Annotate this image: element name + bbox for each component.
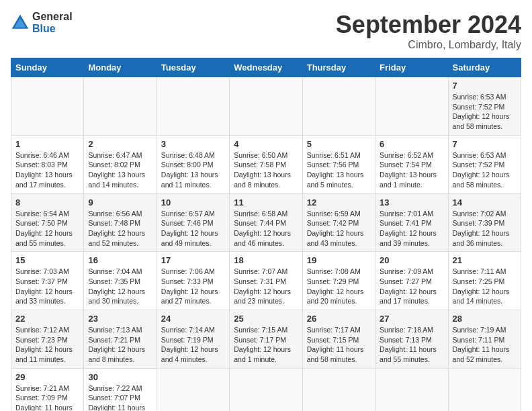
day-cell-17: 17 Sunrise: 7:06 AMSunset: 7:33 PMDaylig… bbox=[157, 252, 229, 310]
header-sunday: Sunday bbox=[11, 58, 84, 77]
day-cell-29: 29 Sunrise: 7:21 AMSunset: 7:09 PMDaylig… bbox=[11, 368, 84, 411]
calendar-table: Sunday Monday Tuesday Wednesday Thursday… bbox=[11, 58, 521, 411]
empty-cell bbox=[230, 368, 302, 411]
header-tuesday: Tuesday bbox=[157, 58, 229, 77]
day-cell-30: 30 Sunrise: 7:22 AMSunset: 7:07 PMDaylig… bbox=[84, 368, 157, 411]
empty-cell bbox=[375, 368, 448, 411]
day-cell-5: 5 Sunrise: 6:51 AMSunset: 7:56 PMDayligh… bbox=[302, 135, 375, 193]
header-friday: Friday bbox=[375, 58, 448, 77]
day-cell-23: 23 Sunrise: 7:13 AMSunset: 7:21 PMDaylig… bbox=[84, 310, 157, 369]
header-wednesday: Wednesday bbox=[230, 58, 302, 77]
month-title: September 2024 bbox=[336, 11, 521, 39]
week-row-4: 22 Sunrise: 7:12 AMSunset: 7:23 PMDaylig… bbox=[11, 310, 521, 369]
location: Cimbro, Lombardy, Italy bbox=[336, 39, 521, 51]
empty-cell bbox=[157, 368, 229, 411]
empty-cell bbox=[375, 77, 448, 136]
week-row-2: 8 Sunrise: 6:54 AMSunset: 7:50 PMDayligh… bbox=[11, 193, 521, 252]
empty-cell bbox=[230, 77, 302, 136]
logo-blue-text: Blue bbox=[32, 23, 73, 35]
logo-text: General Blue bbox=[32, 11, 73, 34]
day-cell-1: 1 Sunrise: 6:46 AMSunset: 8:03 PMDayligh… bbox=[11, 135, 84, 193]
day-cell-21: 21 Sunrise: 7:11 AMSunset: 7:25 PMDaylig… bbox=[448, 252, 521, 310]
calendar-header-row: Sunday Monday Tuesday Wednesday Thursday… bbox=[11, 58, 521, 77]
title-section: September 2024 Cimbro, Lombardy, Italy bbox=[336, 11, 521, 51]
day-cell-16: 16 Sunrise: 7:04 AMSunset: 7:35 PMDaylig… bbox=[84, 252, 157, 310]
day-cell-4: 4 Sunrise: 6:50 AMSunset: 7:58 PMDayligh… bbox=[230, 135, 302, 193]
day-cell-20: 20 Sunrise: 7:09 AMSunset: 7:27 PMDaylig… bbox=[375, 252, 448, 310]
week-row-3: 15 Sunrise: 7:03 AMSunset: 7:37 PMDaylig… bbox=[11, 252, 521, 310]
day-cell-14: 14 Sunrise: 7:02 AMSunset: 7:39 PMDaylig… bbox=[448, 193, 521, 252]
day-cell-18: 18 Sunrise: 7:07 AMSunset: 7:31 PMDaylig… bbox=[230, 252, 302, 310]
empty-cell bbox=[11, 77, 84, 136]
day-cell-13: 13 Sunrise: 7:01 AMSunset: 7:41 PMDaylig… bbox=[375, 193, 448, 252]
day-cell-10: 10 Sunrise: 6:57 AMSunset: 7:46 PMDaylig… bbox=[157, 193, 229, 252]
day-cell-25: 25 Sunrise: 7:15 AMSunset: 7:17 PMDaylig… bbox=[230, 310, 302, 369]
day-cell-28: 28 Sunrise: 7:19 AMSunset: 7:11 PMDaylig… bbox=[448, 310, 521, 369]
week-row-1: 7 Sunrise: 6:53 AMSunset: 7:52 PMDayligh… bbox=[11, 77, 521, 136]
day-cell-8: 8 Sunrise: 6:54 AMSunset: 7:50 PMDayligh… bbox=[11, 193, 84, 252]
empty-cell bbox=[157, 77, 229, 136]
header-saturday: Saturday bbox=[448, 58, 521, 77]
page-header: General Blue September 2024 Cimbro, Lomb… bbox=[11, 11, 521, 51]
empty-cell bbox=[84, 77, 157, 136]
empty-cell bbox=[302, 368, 375, 411]
logo: General Blue bbox=[11, 11, 73, 34]
week-row-5: 29 Sunrise: 7:21 AMSunset: 7:09 PMDaylig… bbox=[11, 368, 521, 411]
day-cell-19: 19 Sunrise: 7:08 AMSunset: 7:29 PMDaylig… bbox=[302, 252, 375, 310]
day-cell-22: 22 Sunrise: 7:12 AMSunset: 7:23 PMDaylig… bbox=[11, 310, 84, 369]
day-cell-11: 11 Sunrise: 6:58 AMSunset: 7:44 PMDaylig… bbox=[230, 193, 302, 252]
logo-general-text: General bbox=[32, 11, 73, 23]
header-thursday: Thursday bbox=[302, 58, 375, 77]
day-cell-12: 12 Sunrise: 6:59 AMSunset: 7:42 PMDaylig… bbox=[302, 193, 375, 252]
day-cell-3: 3 Sunrise: 6:48 AMSunset: 8:00 PMDayligh… bbox=[157, 135, 229, 193]
empty-cell bbox=[448, 368, 521, 411]
empty-cell bbox=[302, 77, 375, 136]
day-cell-2: 2 Sunrise: 6:47 AMSunset: 8:02 PMDayligh… bbox=[84, 135, 157, 193]
day-cell-26: 26 Sunrise: 7:17 AMSunset: 7:15 PMDaylig… bbox=[302, 310, 375, 369]
day-cell-9: 9 Sunrise: 6:56 AMSunset: 7:48 PMDayligh… bbox=[84, 193, 157, 252]
day-cell-27: 27 Sunrise: 7:18 AMSunset: 7:13 PMDaylig… bbox=[375, 310, 448, 369]
day-cell-7b: 7 Sunrise: 6:53 AMSunset: 7:52 PMDayligh… bbox=[448, 135, 521, 193]
day-cell-15: 15 Sunrise: 7:03 AMSunset: 7:37 PMDaylig… bbox=[11, 252, 84, 310]
week-row-1b: 1 Sunrise: 6:46 AMSunset: 8:03 PMDayligh… bbox=[11, 135, 521, 193]
logo-icon bbox=[11, 13, 30, 32]
header-monday: Monday bbox=[84, 58, 157, 77]
day-cell-6: 6 Sunrise: 6:52 AMSunset: 7:54 PMDayligh… bbox=[375, 135, 448, 193]
day-cell-7: 7 Sunrise: 6:53 AMSunset: 7:52 PMDayligh… bbox=[448, 77, 521, 136]
day-cell-24: 24 Sunrise: 7:14 AMSunset: 7:19 PMDaylig… bbox=[157, 310, 229, 369]
